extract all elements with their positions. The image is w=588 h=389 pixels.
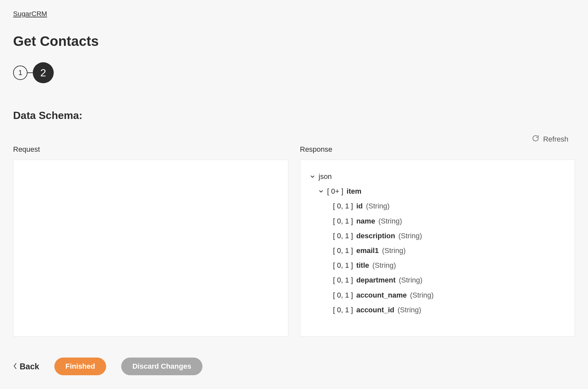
- tree-field: [ 0, 1 ] description (String): [310, 228, 566, 243]
- field-cardinality: [ 0, 1 ]: [333, 215, 353, 227]
- field-type: (String): [399, 274, 422, 286]
- step-2[interactable]: 2: [33, 62, 54, 83]
- finished-button[interactable]: Finished: [54, 358, 106, 375]
- breadcrumb-link[interactable]: SugarCRM: [13, 10, 47, 18]
- tree-item-name: item: [347, 185, 361, 197]
- field-type: (String): [366, 200, 389, 212]
- response-panel: json [ 0+ ] item [ 0, 1 ] id (String) [ …: [300, 160, 575, 337]
- response-column: Response json [ 0+ ] item [ 0, 1 ] id (S…: [300, 145, 575, 337]
- refresh-label: Refresh: [543, 135, 568, 144]
- field-cardinality: [ 0, 1 ]: [333, 289, 353, 301]
- field-name: description: [356, 230, 395, 242]
- tree-item-cardinality: [ 0+ ]: [327, 185, 344, 197]
- tree-item: [ 0+ ] item: [310, 184, 566, 199]
- field-cardinality: [ 0, 1 ]: [333, 245, 353, 256]
- tree-field: [ 0, 1 ] name (String): [310, 214, 566, 228]
- step-connector: [28, 72, 33, 73]
- refresh-button[interactable]: Refresh: [532, 135, 568, 144]
- tree-field: [ 0, 1 ] department (String): [310, 273, 566, 287]
- field-cardinality: [ 0, 1 ]: [333, 260, 353, 271]
- chevron-down-icon[interactable]: [318, 188, 324, 194]
- field-name: title: [356, 260, 369, 271]
- request-label: Request: [13, 145, 288, 154]
- back-button[interactable]: Back: [13, 362, 39, 371]
- field-cardinality: [ 0, 1 ]: [333, 230, 353, 242]
- tree-field: [ 0, 1 ] email1 (String): [310, 243, 566, 258]
- request-column: Request: [13, 145, 288, 337]
- field-name: account_id: [356, 304, 394, 316]
- chevron-down-icon[interactable]: [310, 174, 315, 180]
- back-label: Back: [20, 362, 39, 371]
- page-title: Get Contacts: [13, 33, 575, 49]
- field-cardinality: [ 0, 1 ]: [333, 200, 353, 212]
- tree-field: [ 0, 1 ] id (String): [310, 199, 566, 213]
- discard-changes-button[interactable]: Discard Changes: [121, 358, 202, 375]
- field-type: (String): [398, 304, 421, 316]
- tree-root: json: [310, 169, 566, 184]
- step-1[interactable]: 1: [13, 66, 28, 80]
- request-panel: [13, 160, 288, 337]
- tree-field: [ 0, 1 ] account_id (String): [310, 302, 566, 317]
- stepper: 1 2: [13, 62, 575, 83]
- refresh-icon: [532, 135, 539, 144]
- field-cardinality: [ 0, 1 ]: [333, 304, 353, 316]
- field-type: (String): [410, 289, 434, 301]
- field-type: (String): [372, 260, 396, 271]
- field-name: department: [356, 274, 396, 286]
- field-type: (String): [382, 245, 406, 256]
- response-label: Response: [300, 145, 575, 154]
- tree-field: [ 0, 1 ] title (String): [310, 258, 566, 273]
- tree-field: [ 0, 1 ] account_name (String): [310, 288, 566, 302]
- field-name: email1: [356, 245, 379, 256]
- field-name: id: [356, 200, 363, 212]
- field-name: account_name: [356, 289, 407, 301]
- field-type: (String): [378, 215, 402, 227]
- field-cardinality: [ 0, 1 ]: [333, 274, 353, 286]
- tree-root-label: json: [319, 171, 332, 182]
- section-heading: Data Schema:: [13, 109, 575, 122]
- field-type: (String): [398, 230, 422, 242]
- chevron-left-icon: [13, 362, 17, 371]
- field-name: name: [356, 215, 375, 227]
